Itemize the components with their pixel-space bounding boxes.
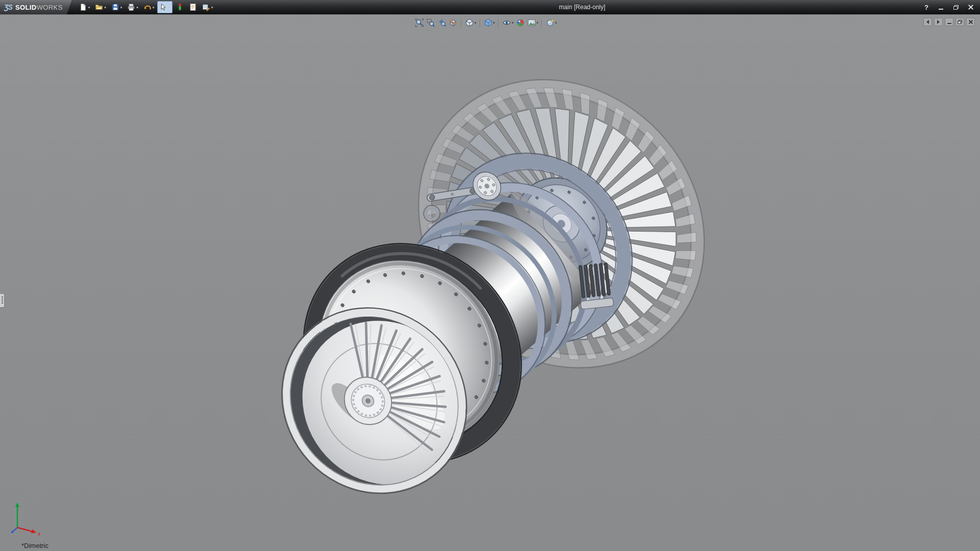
- minimize-icon: [939, 9, 943, 10]
- new-document-icon: [79, 3, 87, 11]
- document-title: main [Read-only]: [559, 4, 605, 11]
- previous-document-button[interactable]: [923, 18, 932, 26]
- zoom-to-area-button[interactable]: [426, 18, 436, 28]
- graphics-area[interactable]: ▾ ▾ ▾ ▾ ▾: [0, 14, 980, 551]
- printer-icon: [127, 3, 135, 11]
- triad-z-axis: [11, 528, 17, 533]
- apply-scene-icon: [527, 18, 536, 27]
- options-grid-pencil-icon: [202, 3, 210, 11]
- hide-show-items-button[interactable]: ▾: [502, 18, 514, 28]
- print-button[interactable]: ▾: [125, 1, 140, 13]
- dropdown-caret-icon[interactable]: ▾: [153, 6, 155, 9]
- toolbar-separator: [542, 19, 543, 27]
- zoom-to-fit-button[interactable]: [415, 18, 425, 28]
- doc-restore-button[interactable]: [955, 18, 964, 26]
- open-folder-icon: [95, 3, 103, 11]
- select-cursor-icon: [159, 3, 167, 11]
- titlebar-toolbar: ▾ ▾ ▾ ▾ ▾ ▾: [77, 1, 215, 13]
- solidworks-menu-logo[interactable]: ƷS SOLIDWORKS: [0, 0, 72, 14]
- view-orientation-button[interactable]: ▾: [465, 18, 477, 28]
- dropdown-caret-icon[interactable]: ▾: [211, 6, 213, 9]
- dropdown-caret-icon[interactable]: ▾: [536, 21, 538, 24]
- undo-arrow-icon: [143, 3, 152, 11]
- heads-up-view-toolbar: ▾ ▾ ▾ ▾ ▾: [415, 18, 558, 28]
- toolbar-separator: [499, 19, 499, 27]
- dropdown-caret-icon[interactable]: ▾: [88, 6, 90, 9]
- open-document-button[interactable]: ▾: [93, 1, 108, 13]
- close-icon: [969, 20, 973, 24]
- engine-model-canvas: [0, 15, 980, 551]
- minimize-button[interactable]: [936, 3, 946, 12]
- previous-view-icon: [438, 18, 447, 27]
- restore-icon: [953, 5, 959, 10]
- view-settings-button[interactable]: ▾: [546, 18, 558, 28]
- triad-x-axis: x: [17, 528, 41, 537]
- save-floppy-icon: [111, 3, 119, 11]
- display-style-button[interactable]: ▾: [483, 18, 496, 28]
- next-document-button[interactable]: [934, 18, 943, 26]
- toolbar-separator: [461, 19, 462, 27]
- arrow-left-icon: [926, 20, 929, 24]
- arrow-right-icon: [937, 20, 940, 24]
- brand-solid: SOLID: [15, 4, 37, 11]
- grip-dots-icon: [2, 296, 3, 305]
- brand-wordmark: SOLIDWORKS: [15, 4, 63, 11]
- edit-appearance-button[interactable]: [516, 18, 525, 28]
- brand-works: WORKS: [37, 4, 63, 11]
- help-button[interactable]: ?: [921, 4, 932, 11]
- display-style-icon: [484, 18, 493, 27]
- hide-show-eye-icon: [503, 18, 511, 27]
- zoom-area-icon: [427, 18, 435, 27]
- apply-scene-button[interactable]: ▾: [527, 18, 539, 28]
- dropdown-caret-icon[interactable]: ▾: [104, 6, 106, 9]
- view-orientation-cube-icon: [465, 18, 474, 27]
- view-settings-realview-icon: [546, 18, 555, 27]
- dropdown-caret-icon[interactable]: ▾: [136, 6, 138, 9]
- restore-icon: [958, 20, 962, 24]
- options-button[interactable]: ▾: [200, 1, 215, 13]
- dropdown-caret-icon[interactable]: ▾: [493, 21, 495, 24]
- file-properties-button[interactable]: [187, 1, 199, 13]
- minimize-icon: [947, 23, 951, 24]
- dropdown-caret-icon[interactable]: ▾: [555, 21, 557, 24]
- close-icon: [968, 5, 973, 10]
- solidworks-window: ƷS SOLIDWORKS ▾ ▾ ▾ ▾ ▾: [0, 0, 980, 551]
- featuremanager-splitter-tab[interactable]: [0, 293, 5, 308]
- window-controls: ?: [921, 3, 980, 12]
- triad-x-label: x: [38, 531, 41, 537]
- edit-appearance-ball-icon: [516, 18, 525, 27]
- triad-y-axis: [15, 503, 19, 528]
- titlebar: ƷS SOLIDWORKS ▾ ▾ ▾ ▾ ▾: [0, 0, 980, 14]
- toolbar-separator: [480, 19, 480, 27]
- close-button[interactable]: [965, 3, 976, 12]
- file-properties-icon: [189, 3, 197, 11]
- dropdown-caret-icon[interactable]: ▾: [475, 21, 477, 24]
- previous-view-button[interactable]: [437, 18, 447, 28]
- select-tool-button[interactable]: ▾: [157, 1, 173, 13]
- doc-minimize-button[interactable]: [945, 18, 953, 26]
- view-orientation-label: *Dimetric: [21, 542, 48, 549]
- new-document-button[interactable]: ▾: [77, 1, 92, 13]
- undo-button[interactable]: ▾: [141, 1, 157, 13]
- orientation-triad: x: [7, 501, 45, 538]
- document-window-controls: [923, 18, 975, 26]
- zoom-fit-icon: [415, 18, 424, 27]
- dropdown-caret-icon[interactable]: ▾: [120, 6, 122, 9]
- doc-close-button[interactable]: [966, 18, 975, 26]
- save-button[interactable]: ▾: [109, 1, 125, 13]
- rebuild-button[interactable]: [174, 1, 186, 13]
- restore-button[interactable]: [950, 3, 961, 12]
- section-view-icon: [449, 18, 458, 27]
- rebuild-traffic-light-icon: [176, 3, 184, 11]
- section-view-button[interactable]: [449, 18, 458, 28]
- dassault-3ds-icon: ƷS: [4, 3, 12, 11]
- dropdown-caret-icon[interactable]: ▾: [168, 6, 170, 9]
- dropdown-caret-icon[interactable]: ▾: [512, 21, 514, 24]
